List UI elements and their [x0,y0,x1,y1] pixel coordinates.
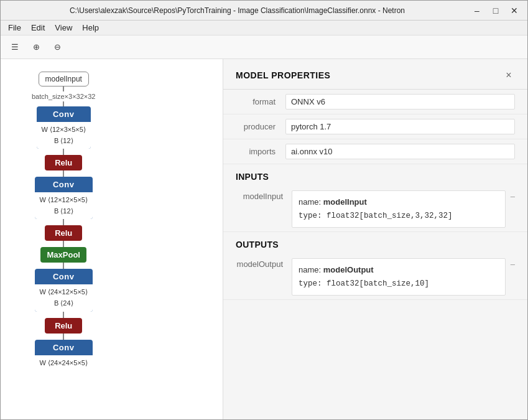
zoom-out-icon: ⊖ [54,42,61,52]
imports-value: ai.onnx v10 [285,144,515,159]
connector-4 [63,170,64,177]
node-conv2[interactable]: Conv W ⟨12×12×5×5⟩ B ⟨12⟩ [35,177,93,219]
conv1-w: W ⟨12×3×5×5⟩ [42,124,86,136]
format-value: ONNX v6 [285,94,515,110]
conv2-b: B ⟨12⟩ [40,206,88,217]
conv3-w: W ⟨24×12×5×5⟩ [40,287,88,298]
relu1-group: Relu [45,155,82,177]
window-title: C:\Users\alexzak\Source\Repos\PyTorchTra… [6,6,469,15]
input-content: name: modelInput type: float32[batch_siz… [292,190,506,228]
conv3-title: Conv [35,269,93,284]
zoom-in-button[interactable]: ⊕ [27,39,45,56]
output-name: name: modelOutput [299,263,499,277]
output-type: type: float32[batch_size,10] [299,277,499,291]
output-dash: – [506,258,515,269]
neural-network-graph: modelInput batch_size×3×32×32 Conv W ⟨12… [32,72,95,371]
close-window-button[interactable]: ✕ [506,4,522,17]
conv3-group: Conv W ⟨24×12×5×5⟩ B ⟨24⟩ [35,269,93,317]
zoom-in-icon: ⊕ [33,42,40,52]
imports-label: imports [236,147,285,156]
node-conv4[interactable]: Conv W ⟨24×24×5×5⟩ [35,340,93,371]
panel-close-button[interactable]: × [503,69,515,82]
menu-file[interactable]: File [3,22,26,34]
minimize-button[interactable]: – [469,4,485,17]
conv2-title: Conv [35,177,93,192]
output-name-prefix: name: [299,265,323,274]
node-model-input[interactable]: modelInput [39,72,89,86]
menu-edit[interactable]: Edit [26,22,50,34]
connector-3 [63,149,64,155]
connector-6 [63,241,64,247]
sidebar-icon: ☰ [11,42,19,52]
window-controls: – □ ✕ [469,4,522,17]
conv1-group: Conv W ⟨12×3×5×5⟩ B ⟨12⟩ [37,106,91,155]
conv1-params: W ⟨12×3×5×5⟩ B ⟨12⟩ [37,122,91,149]
connector-5 [63,219,64,225]
connector-8 [63,312,64,318]
input-type-value: float32[batch_size,3,32,32] [327,212,453,220]
maxpool-group: MaxPool [40,247,86,269]
output-type-prefix: type: [299,279,327,288]
input-name-prefix: name: [299,197,323,207]
conv4-params: W ⟨24×24×5×5⟩ [35,355,93,371]
input-type-prefix: type: [299,212,327,220]
conv3-params: W ⟨24×12×5×5⟩ B ⟨24⟩ [35,284,93,311]
connector-2 [63,101,64,106]
conv4-title: Conv [35,340,93,355]
output-label: modelOutput [236,258,292,296]
conv3-b: B ⟨24⟩ [40,298,88,309]
inputs-header: INPUTS [223,164,527,187]
node-relu3[interactable]: Relu [45,318,82,334]
titlebar: C:\Users\alexzak\Source\Repos\PyTorchTra… [1,1,527,21]
conv1-title: Conv [37,106,91,122]
input-name: name: modelInput [299,195,499,209]
sidebar-toggle-button[interactable]: ☰ [6,39,24,56]
panel-header: MODEL PROPERTIES × [223,59,527,90]
input-name-value: modelInput [323,197,367,207]
producer-row: producer pytorch 1.7 [223,114,527,139]
input-row: modelInput name: modelInput type: float3… [223,187,527,232]
model-input-group: modelInput batch_size×3×32×32 [32,72,95,106]
output-type-value: float32[batch_size,10] [327,279,429,288]
input-dash: – [506,190,515,201]
input-type: type: float32[batch_size,3,32,32] [299,209,499,223]
graph-canvas[interactable]: modelInput batch_size×3×32×32 Conv W ⟨12… [1,59,223,420]
connector-1 [63,86,64,91]
model-properties-section: format ONNX v6 producer pytorch 1.7 impo… [223,90,527,164]
conv2-w: W ⟨12×12×5×5⟩ [40,195,88,206]
output-row: modelOutput name: modelOutput type: floa… [223,254,527,300]
outputs-header: OUTPUTS [223,232,527,254]
node-maxpool[interactable]: MaxPool [40,247,86,263]
conv1-b: B ⟨12⟩ [42,136,86,147]
input-label: modelInput [236,190,292,228]
relu2-group: Relu [45,225,82,247]
properties-panel: MODEL PROPERTIES × format ONNX v6 produc… [223,59,527,420]
node-conv3[interactable]: Conv W ⟨24×12×5×5⟩ B ⟨24⟩ [35,269,93,311]
output-name-value: modelOutput [323,265,374,274]
node-relu2[interactable]: Relu [45,225,82,241]
edge-label-1: batch_size×3×32×32 [32,93,95,100]
main-area: modelInput batch_size×3×32×32 Conv W ⟨12… [1,59,527,420]
imports-row: imports ai.onnx v10 [223,139,527,164]
node-relu1[interactable]: Relu [45,155,82,170]
menu-help[interactable]: Help [77,22,104,34]
maximize-button[interactable]: □ [488,4,504,17]
connector-9 [63,334,64,340]
conv2-params: W ⟨12×12×5×5⟩ B ⟨12⟩ [35,192,93,219]
conv4-w: W ⟨24×24×5×5⟩ [40,358,88,369]
panel-title: MODEL PROPERTIES [236,70,330,80]
producer-value: pytorch 1.7 [285,119,515,134]
connector-7 [63,263,64,269]
conv2-group: Conv W ⟨12×12×5×5⟩ B ⟨12⟩ [35,177,93,225]
relu3-group: Relu [45,318,82,340]
zoom-out-button[interactable]: ⊖ [48,39,67,56]
menubar: File Edit View Help [1,21,527,35]
node-conv1[interactable]: Conv W ⟨12×3×5×5⟩ B ⟨12⟩ [37,106,91,149]
menu-view[interactable]: View [50,22,77,34]
output-content-wrapper: name: modelOutput type: float32[batch_si… [292,258,515,296]
output-content: name: modelOutput type: float32[batch_si… [292,258,506,296]
toolbar: ☰ ⊕ ⊖ [1,35,527,59]
input-content-wrapper: name: modelInput type: float32[batch_siz… [292,190,515,228]
format-label: format [236,97,285,106]
producer-label: producer [236,122,285,131]
